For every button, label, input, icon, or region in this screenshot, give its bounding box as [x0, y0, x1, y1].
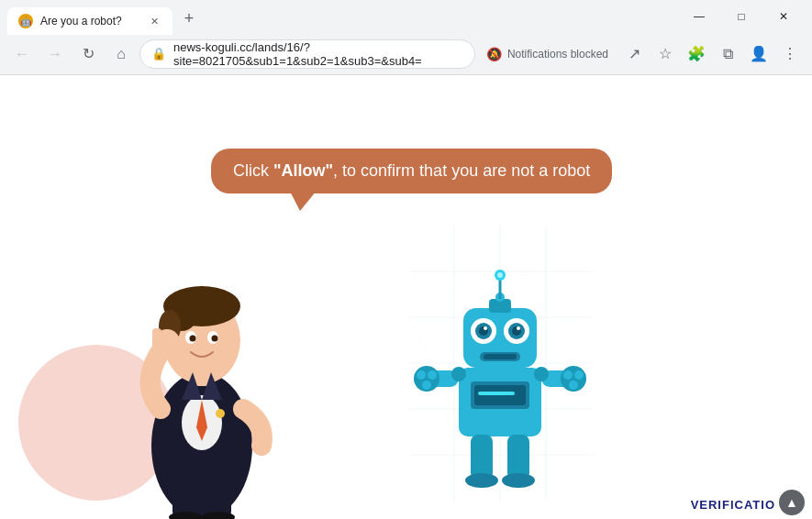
speech-bubble: Click "Allow", to confirm that you are n…	[211, 149, 612, 193]
svg-point-57	[563, 370, 573, 380]
svg-point-54	[422, 381, 431, 390]
person-svg	[110, 189, 294, 519]
verification-text: VERIFICATIO	[691, 498, 775, 512]
notifications-blocked-indicator[interactable]: 🔕 Notifications blocked	[479, 47, 616, 61]
svg-point-15	[212, 336, 218, 342]
address-bar: ← → ↻ ⌂ 🔒 news-koguli.cc/lands/16/?site=…	[0, 33, 812, 75]
address-input[interactable]: 🔒 news-koguli.cc/lands/16/?site=8021705&…	[139, 39, 475, 69]
back-button[interactable]: ←	[7, 39, 37, 69]
bubble-prefix: Click	[233, 161, 273, 180]
bubble-highlight: "Allow"	[273, 161, 333, 180]
scroll-to-top-button[interactable]: ▲	[779, 490, 805, 515]
home-button[interactable]: ⌂	[106, 39, 136, 69]
bubble-suffix: , to confirm that you are not a robot	[333, 161, 590, 180]
active-tab[interactable]: 🤖 Are you a robot? ✕	[7, 7, 172, 35]
svg-point-68	[497, 272, 503, 278]
split-button[interactable]: ⧉	[713, 39, 742, 69]
svg-rect-36	[478, 392, 515, 395]
svg-rect-1	[172, 464, 198, 519]
svg-point-20	[216, 409, 225, 418]
page-content: Click "Allow", to confirm that you are n…	[0, 75, 812, 519]
svg-point-14	[190, 336, 196, 342]
tab-close-button[interactable]: ✕	[147, 14, 161, 28]
svg-rect-49	[484, 354, 517, 359]
window-controls: — □ ✕	[678, 2, 805, 31]
tab-favicon: 🤖	[18, 14, 33, 28]
robot-grid-svg	[408, 226, 592, 501]
chrome-window: 🤖 Are you a robot? ✕ + — □ ✕ ← → ↻ ⌂ 🔒 n…	[0, 0, 812, 519]
svg-point-59	[569, 381, 578, 390]
maximize-button[interactable]: □	[720, 2, 762, 31]
minimize-button[interactable]: —	[678, 2, 720, 31]
profile-button[interactable]: 👤	[744, 39, 773, 69]
person-illustration	[110, 189, 312, 519]
url-text: news-koguli.cc/lands/16/?site=8021705&su…	[173, 40, 463, 68]
extensions-button[interactable]: 🧩	[682, 39, 711, 69]
svg-point-62	[465, 473, 498, 488]
svg-point-63	[502, 473, 535, 488]
svg-point-52	[417, 370, 426, 380]
svg-rect-2	[206, 464, 231, 519]
toolbar-icons: ↗ ☆ 🧩 ⧉ 👤 ⋮	[619, 39, 805, 69]
tab-title: Are you a robot?	[40, 15, 139, 28]
forward-button[interactable]: →	[40, 39, 70, 69]
svg-point-64	[451, 367, 466, 381]
svg-point-47	[517, 326, 520, 330]
title-bar: 🤖 Are you a robot? ✕ + — □ ✕	[0, 0, 812, 33]
share-button[interactable]: ↗	[619, 39, 649, 69]
svg-rect-17	[152, 328, 161, 348]
menu-button[interactable]: ⋮	[775, 39, 805, 69]
verification-badge: VERIFICATIO	[691, 498, 775, 512]
notifications-blocked-label: Notifications blocked	[507, 48, 608, 61]
bell-slash-icon: 🔕	[486, 47, 502, 61]
svg-point-46	[484, 326, 487, 330]
robot-illustration	[408, 226, 592, 501]
bookmark-button[interactable]: ☆	[651, 39, 680, 69]
svg-point-65	[534, 367, 549, 381]
svg-point-53	[428, 370, 437, 380]
reload-button[interactable]: ↻	[73, 39, 103, 69]
lock-icon: 🔒	[151, 47, 166, 61]
tab-strip: 🤖 Are you a robot? ✕ +	[7, 0, 671, 33]
close-button[interactable]: ✕	[762, 2, 805, 31]
new-tab-button[interactable]: +	[176, 6, 202, 31]
svg-point-58	[574, 370, 584, 380]
